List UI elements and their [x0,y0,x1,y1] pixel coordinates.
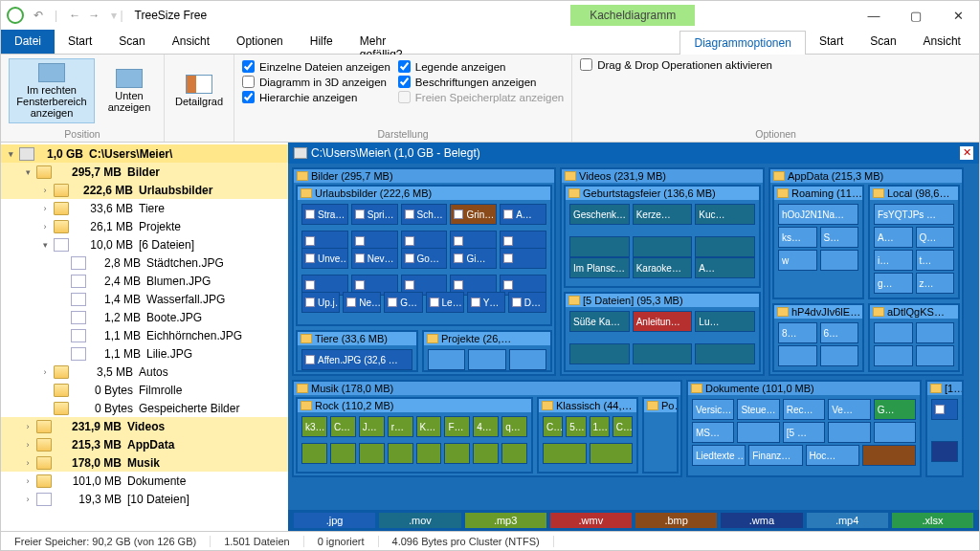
undo-icon[interactable]: ↶ [33,9,43,22]
directory-tree[interactable]: ▾ 1,0 GB C:\Users\Meier\ ▾295,7 MBBilder… [1,143,288,531]
treemap-node[interactable]: Dokumente (101,0 MB)Versic…Steue…Rec…Ve…… [686,380,922,477]
treemap-tile[interactable]: G… [384,292,422,313]
treemap-tile[interactable]: Kuc… [695,204,755,225]
treemap-tile[interactable] [820,250,859,271]
treemap-tile[interactable]: A… [874,227,913,248]
treemap-tile[interactable] [590,443,634,464]
treemap-tile[interactable]: Unve… [301,248,348,269]
close-treemap-icon[interactable]: ✕ [960,146,973,160]
checkbox[interactable]: Legende anzeigen [398,60,564,73]
treemap-tile[interactable] [931,399,958,420]
treemap-tile[interactable] [416,443,442,464]
tab-scan[interactable]: Scan [105,30,158,54]
treemap-tile[interactable]: Kerze… [633,204,693,225]
treemap-tile[interactable]: z… [916,273,955,294]
treemap-tile[interactable] [695,343,755,364]
tree-row[interactable]: 0 BytesFilmrolle [1,381,288,399]
tab-file[interactable]: Datei [1,30,55,54]
treemap-node[interactable]: Rock (110,2 MB)k3…C…J…r…K…F…4…q… [296,397,533,474]
treemap-tile[interactable]: K… [416,416,442,437]
tab-mehrgefllig[interactable]: Mehr gefällig? [346,30,416,54]
maximize-button[interactable]: ▢ [895,1,937,30]
tree-row[interactable]: 2,4 MBBlumen.JPG [1,272,288,290]
forward-icon[interactable]: → [88,9,100,22]
treemap-tile[interactable]: Liedtexte … [692,445,746,466]
tab-ansicht[interactable]: Ansicht [910,30,974,54]
tab-hilfe[interactable]: Hilfe [297,30,346,54]
treemap-tile[interactable] [820,345,859,366]
treemap-tile[interactable]: ks… [778,227,817,248]
checkbox[interactable]: Einzelne Dateien anzeigen [242,60,390,73]
treemap-tile[interactable] [633,236,693,257]
treemap-tile[interactable] [874,345,913,366]
tree-row[interactable]: 1,1 MBEichhörnchen.JPG [1,326,288,344]
treemap-node[interactable]: aDtlQgKS… [868,303,960,372]
treemap-tile[interactable]: 8… [778,322,817,343]
treemap-tile[interactable]: Geschenk… [569,204,630,225]
treemap-tile[interactable] [633,343,693,364]
treemap-node[interactable]: Urlaubsbilder (222,6 MB)Stra…Spri…Sch…Gr… [296,185,552,326]
close-button[interactable]: ✕ [937,1,979,30]
treemap-tile[interactable]: 6… [820,322,859,343]
treemap-tile[interactable] [543,443,587,464]
checkbox[interactable]: Hierarchie anzeigen [242,91,390,103]
show-below-button[interactable]: Unten anzeigen [102,58,156,123]
treemap-tile[interactable]: Finanz… [748,445,802,466]
tree-row[interactable]: 2,8 MBStädtchen.JPG [1,253,288,272]
treemap-tile[interactable] [916,322,955,343]
treemap-tile[interactable]: Gi… [450,248,497,269]
detail-level-button[interactable]: Detailgrad [172,58,226,123]
drag-drop-checkbox[interactable]: Drag & Drop Operationen aktivieren [580,58,772,71]
tree-row[interactable]: ›222,6 MBUrlaubsbilder [1,181,288,199]
treemap-node[interactable]: Projekte (26,… [422,330,552,372]
treemap-tile[interactable]: C… [543,416,563,437]
tab-optionen[interactable]: Optionen [974,30,980,54]
treemap-tile[interactable] [862,445,916,466]
treemap-tile[interactable] [444,443,470,464]
treemap-tile[interactable] [301,443,327,464]
treemap-tile[interactable] [330,443,356,464]
treemap-tile[interactable]: Nev… [351,248,398,269]
treemap-tile[interactable]: G… [874,399,916,420]
show-right-pane-button[interactable]: Im rechten Fensterbereich anzeigen [9,58,95,123]
treemap-node[interactable]: [1… [925,380,964,477]
treemap-tile[interactable]: Go… [401,248,448,269]
tree-row[interactable]: ›19,3 MB[10 Dateien] [1,490,288,508]
treemap-tile[interactable]: C… [330,416,356,437]
tree-row[interactable]: ›26,1 MBProjekte [1,217,288,235]
treemap-tile[interactable]: t… [916,250,955,271]
treemap-tile[interactable]: MS… [692,422,734,443]
treemap-tile[interactable]: Süße Ka… [569,311,630,332]
back-icon[interactable]: ← [69,9,80,22]
treemap-tile[interactable]: FsYQTJPs … [874,204,954,225]
tree-row[interactable]: 1,1 MBLilie.JPG [1,344,288,363]
tab-start[interactable]: Start [806,30,857,54]
treemap-tile[interactable]: Ne… [343,292,381,313]
treemap-tile[interactable] [931,441,958,462]
treemap-tile[interactable]: C… [612,416,633,437]
treemap-tile[interactable]: A… [500,204,546,225]
tree-row[interactable]: 1,4 MBWasserfall.JPG [1,290,288,308]
treemap-tile[interactable] [569,236,630,257]
treemap-tile[interactable] [388,443,413,464]
treemap-tile[interactable]: [5 … [783,422,825,443]
tab-scan[interactable]: Scan [857,30,909,54]
treemap-tile[interactable]: 4… [473,416,499,437]
tree-row[interactable]: 1,2 MBBoote.JPG [1,308,288,326]
treemap-tile[interactable] [828,422,870,443]
checkbox[interactable]: Diagramm in 3D anzeigen [242,76,390,88]
tree-row[interactable]: ›231,9 MBVideos [1,417,288,435]
treemap-tile[interactable]: F… [444,416,470,437]
tree-row[interactable]: ›3,5 MBAutos [1,363,288,381]
treemap-tile[interactable]: Steue… [737,399,779,420]
treemap-tile[interactable]: w [778,250,817,271]
treemap-tile[interactable] [500,248,546,269]
treemap-tile[interactable]: D… [508,292,546,313]
treemap-tile[interactable]: Affen.JPG (32,6 … [301,349,412,370]
treemap-tile[interactable] [509,349,546,370]
treemap-tile[interactable]: r… [388,416,413,437]
treemap-node[interactable]: Klassisch (44,…C…5…1…C… [537,397,638,474]
tree-row[interactable]: ▾295,7 MBBilder [1,163,288,181]
treemap-tile[interactable]: Karaoke… [633,257,693,278]
treemap-tile[interactable] [569,343,630,364]
